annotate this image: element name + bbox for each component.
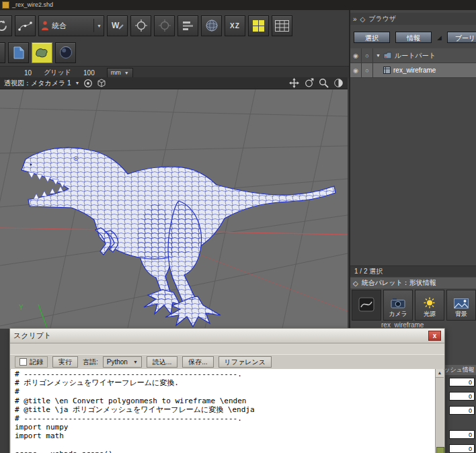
mesh-info-value[interactable]: 0 [449,444,475,453]
palette-buttons: カメラ 光源 背景 [352,290,476,321]
lock-toggle-icon[interactable]: ○ [362,48,373,63]
viewport-scene: Y [0,89,348,329]
shading-mode-icon[interactable] [333,78,344,88]
mesh-info-value[interactable]: 0 [449,406,475,415]
curve-points-button[interactable] [15,15,36,36]
document-tool-button[interactable] [8,42,29,63]
table-view-button[interactable] [272,15,292,36]
script-window: スクリプト x 記録 実行 言語: Python ▼ 読込... 保存... リ… [9,328,445,453]
run-button[interactable]: 実行 [52,356,78,368]
shape-info-button[interactable] [352,290,381,321]
figure-icon [41,21,49,31]
viewport-nav-tools [289,78,344,88]
visibility-eye-icon[interactable]: ◉ [350,48,362,63]
sphere-icon [205,19,219,32]
script-window-title: スクリプト [13,331,51,341]
close-icon[interactable]: x [428,331,441,341]
dark-sphere-button[interactable] [55,42,76,63]
tab-info[interactable]: 情報 [395,32,432,43]
button-divider [93,19,94,32]
expander-icon[interactable]: ▼ [373,53,383,58]
panel-collapse-icon[interactable]: » [353,15,357,23]
viewport-title[interactable]: 透視図：メタカメラ 1 [4,79,71,88]
integrated-mode-label: 統合 [52,21,67,31]
mesh-part-active-button[interactable] [32,42,52,63]
record-icon[interactable] [83,79,93,88]
target-tool-button[interactable] [130,15,151,36]
nostril [30,164,32,166]
selection-status: 1 / 2 選択 [350,265,476,277]
folder-icon [383,52,392,59]
levels-tool-button[interactable] [177,15,198,36]
mesh-info-value[interactable]: 0 [449,430,475,439]
pan-icon[interactable] [289,78,299,88]
tab-splitter-icon[interactable]: ◢ [437,34,442,41]
language-label: 言語: [83,358,98,367]
script-window-titlebar[interactable]: スクリプト x [10,329,444,343]
lock-toggle-icon[interactable]: ○ [362,63,373,77]
script-window-spacer [10,343,444,354]
mesh-info-value[interactable]: 0 [449,378,475,386]
language-dropdown[interactable]: Python ▼ [103,356,142,368]
cube-icon[interactable] [97,78,106,88]
script-code-editor[interactable]: # --------------------------------------… [11,369,435,453]
shape-curve-icon [358,297,374,312]
tree-item-label[interactable]: rex_wireframe [393,67,436,74]
unit-value: mm [111,69,121,76]
unit-dropdown[interactable]: mm ▼ [107,68,133,78]
grid-minor-value[interactable]: 10 [24,69,32,77]
rotate-tool-button[interactable] [0,15,12,36]
light-palette-button[interactable]: 光源 [415,290,444,321]
window-title: _rex_wire2.shd [12,0,53,10]
language-value: Python [107,358,128,366]
target-tool-disabled-button[interactable] [154,15,175,36]
xz-label: XZ [230,22,240,30]
w-pen-icon: W [111,19,124,32]
sphere-tool-button[interactable] [201,15,222,36]
diamond-icon: ◇ [353,280,358,287]
zoom-icon[interactable] [319,78,329,88]
scroll-up-icon[interactable]: ▲ [436,369,444,378]
camera-dropdown-icon[interactable]: ▼ [75,81,80,85]
orbit-icon[interactable] [304,78,314,88]
yellow-grid-icon [252,19,265,32]
script-toolbar: 記録 実行 言語: Python ▼ 読込... 保存... リファレンス [10,354,444,370]
tab-select[interactable]: 選択 [354,32,390,43]
script-code-text[interactable]: # --------------------------------------… [11,369,435,453]
mesh-item-icon [383,67,391,74]
reference-button[interactable]: リファレンス [219,356,272,368]
camera-palette-button[interactable]: カメラ [383,290,413,321]
browser-title: ブラウザ [368,14,396,24]
grid-view-button[interactable] [248,15,269,36]
record-toggle[interactable]: 記録 [15,356,48,368]
tree-row-root-part[interactable]: ◉ ○ ▼ ルートパート [350,48,476,63]
grid-major-value[interactable]: 100 [83,69,95,77]
document-icon [2,1,9,9]
chevron-down-icon: ▼ [97,24,102,28]
tree-item-label[interactable]: ルートパート [395,51,436,60]
visibility-eye-icon[interactable]: ◉ [350,63,362,77]
script-scrollbar[interactable]: ▲ [435,369,444,453]
pupil [75,158,77,159]
tree-row-rex-wireframe[interactable]: ◉ ○ rex_wireframe [350,63,476,78]
tab-boolean[interactable]: ブーリ [447,32,476,43]
mesh-info-value[interactable]: 0 [449,392,475,401]
z-axis-line [202,255,348,311]
integrated-mode-button[interactable]: 統合 ▼ [38,15,104,36]
crosshair-icon [134,19,148,32]
background-palette-button[interactable]: 背景 [446,290,476,321]
record-checkbox[interactable] [19,358,27,366]
camera-icon [391,298,405,308]
scene-tree: ◉ ○ ▼ ルートパート ◉ ○ rex_wireframe [350,48,476,78]
grid-label: グリッド [44,68,71,77]
clipped-tool-button[interactable] [0,42,5,63]
load-button[interactable]: 読込... [147,356,177,368]
secondary-toolbar [0,40,349,65]
wrap-tool-button[interactable]: W [107,15,128,36]
light-label: 光源 [424,310,436,319]
xz-plane-button[interactable]: XZ [225,15,245,36]
curve-points-icon [18,20,32,32]
save-button[interactable]: 保存... [182,356,213,368]
viewport-canvas[interactable]: Y [0,89,348,329]
scrollbar-thumb[interactable] [436,447,444,453]
